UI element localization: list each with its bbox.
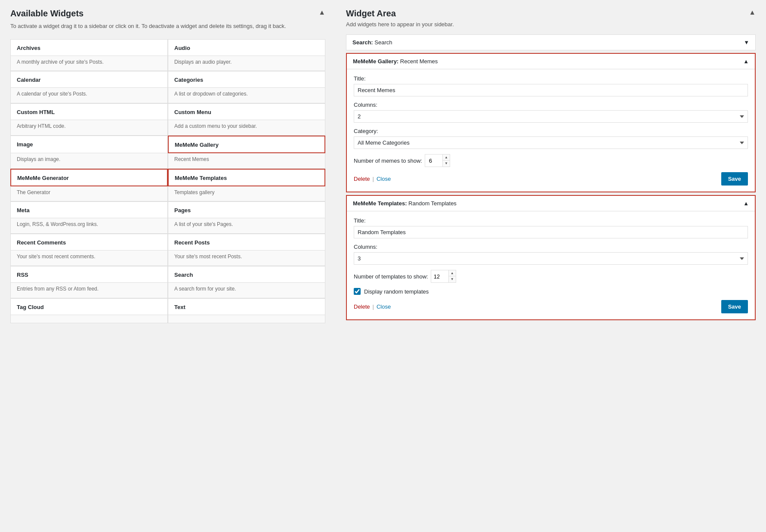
widget-mememe-gallery[interactable]: MeMeMe Gallery (168, 136, 325, 153)
templates-count-spinners: ▲ ▼ (448, 270, 456, 282)
gallery-memes-label: Number of memes to show: (354, 158, 422, 164)
gallery-widget-links: Delete | Close (354, 176, 391, 182)
widget-tag-cloud[interactable]: Tag Cloud (10, 298, 168, 315)
templates-random-checkbox[interactable] (354, 288, 361, 295)
gallery-close-link[interactable]: Close (377, 176, 391, 182)
widget-recent-posts-title: Recent Posts (174, 239, 210, 246)
widget-rss-desc: Entries from any RSS or Atom feed. (10, 283, 168, 298)
widget-recent-comments-title: Recent Comments (17, 239, 66, 246)
widget-area-collapse-arrow[interactable]: ▲ (749, 9, 756, 16)
widget-image[interactable]: Image (10, 136, 168, 153)
templates-count-up[interactable]: ▲ (449, 270, 456, 276)
widget-pages-title: Pages (174, 207, 191, 213)
widget-recent-comments-desc: Your site's most recent comments. (10, 251, 168, 266)
widget-recent-comments[interactable]: Recent Comments (10, 234, 168, 251)
widget-meta[interactable]: Meta (10, 201, 168, 218)
widget-mememe-templates-title: MeMeMe Templates (175, 175, 227, 181)
templates-count-down[interactable]: ▼ (449, 276, 456, 282)
widget-calendar-title: Calendar (17, 77, 41, 83)
widget-search-title: Search (174, 272, 193, 278)
gallery-memes-input[interactable] (425, 156, 442, 166)
widget-mememe-generator-title: MeMeMe Generator (17, 175, 69, 181)
gallery-widget-actions: Delete | Close Save (354, 172, 748, 186)
widget-mememe-gallery-title: MeMeMe Gallery (175, 142, 219, 148)
widget-tag-cloud-desc (10, 315, 168, 323)
templates-widget-arrow[interactable]: ▲ (743, 200, 749, 207)
widget-categories[interactable]: Categories (168, 71, 325, 88)
gallery-category-select[interactable]: All Meme Categories (354, 136, 748, 149)
gallery-save-button[interactable]: Save (721, 172, 748, 186)
panel-description: To activate a widget drag it to a sideba… (10, 22, 325, 31)
widget-mememe-gallery-desc: Recent Memes (168, 153, 325, 169)
widget-pages[interactable]: Pages (168, 201, 325, 218)
gallery-title-input[interactable] (354, 84, 748, 96)
gallery-widget-body: Title: Columns: 2 1 3 4 5 Category: All … (347, 69, 755, 192)
widget-mememe-templates-desc: Templates gallery (168, 186, 325, 202)
search-widget-arrow[interactable]: ▼ (744, 39, 749, 46)
panel-collapse-arrow[interactable]: ▲ (318, 9, 325, 16)
widget-mememe-generator-desc: The Generator (10, 186, 168, 202)
widget-archives[interactable]: Archives (10, 39, 168, 56)
templates-columns-label: Columns: (354, 244, 748, 250)
templates-save-button[interactable]: Save (721, 300, 748, 313)
templates-count-input-wrap: ▲ ▼ (431, 270, 456, 283)
widget-calendar[interactable]: Calendar (10, 71, 168, 88)
widget-archives-desc: A monthly archive of your site's Posts. (10, 56, 168, 71)
templates-delete-link[interactable]: Delete (354, 303, 370, 310)
templates-columns-select[interactable]: 3 1 2 4 5 (354, 252, 748, 265)
widget-area-description: Add widgets here to appear in your sideb… (346, 21, 756, 28)
templates-count-row: Number of templates to show: ▲ ▼ (354, 270, 748, 283)
templates-widget-actions: Delete | Close Save (354, 300, 748, 313)
templates-close-link[interactable]: Close (377, 303, 391, 310)
gallery-columns-label: Columns: (354, 102, 748, 108)
search-widget-collapsed[interactable]: Search: Search ▼ (346, 34, 756, 50)
templates-widget-header-title: MeMeMe Templates: Random Templates (353, 200, 457, 207)
gallery-widget-header-title: MeMeMe Gallery: Recent Memes (353, 58, 438, 65)
widget-rss[interactable]: RSS (10, 266, 168, 283)
gallery-columns-select[interactable]: 2 1 3 4 5 (354, 110, 748, 123)
gallery-memes-down[interactable]: ▼ (443, 161, 450, 167)
widget-calendar-desc: A calendar of your site's Posts. (10, 88, 168, 103)
templates-widget-links: Delete | Close (354, 303, 391, 310)
widget-custom-html[interactable]: Custom HTML (10, 103, 168, 120)
gallery-memes-spinners: ▲ ▼ (442, 155, 450, 167)
widgets-grid: Archives Audio A monthly archive of your… (10, 39, 325, 323)
gallery-widget-arrow[interactable]: ▲ (743, 58, 749, 65)
widget-pages-desc: A list of your site's Pages. (168, 218, 325, 234)
widget-tag-cloud-title: Tag Cloud (17, 304, 44, 310)
widget-audio-desc: Displays an audio player. (168, 56, 325, 71)
widget-mememe-generator[interactable]: MeMeMe Generator (10, 169, 168, 186)
panel-title: Available Widgets (10, 9, 83, 19)
gallery-widget-header[interactable]: MeMeMe Gallery: Recent Memes ▲ (347, 54, 755, 69)
templates-count-input[interactable] (431, 272, 448, 281)
gallery-widget-expanded: MeMeMe Gallery: Recent Memes ▲ Title: Co… (346, 53, 756, 192)
search-widget-header[interactable]: Search: Search ▼ (346, 35, 755, 50)
widget-search[interactable]: Search (168, 266, 325, 283)
templates-random-label[interactable]: Display random templates (364, 288, 429, 295)
widget-recent-posts-desc: Your site's most recent Posts. (168, 251, 325, 266)
templates-title-input[interactable] (354, 226, 748, 238)
widget-audio[interactable]: Audio (168, 39, 325, 56)
templates-title-label: Title: (354, 217, 748, 224)
search-widget-header-title: Search: Search (352, 39, 392, 46)
templates-widget-header[interactable]: MeMeMe Templates: Random Templates ▲ (347, 196, 755, 211)
widget-mememe-templates[interactable]: MeMeMe Templates (168, 169, 325, 186)
gallery-memes-up[interactable]: ▲ (443, 155, 450, 161)
widget-custom-menu[interactable]: Custom Menu (168, 103, 325, 120)
widget-image-desc: Displays an image. (10, 153, 168, 169)
templates-widget-expanded: MeMeMe Templates: Random Templates ▲ Tit… (346, 195, 756, 320)
widget-text-desc (168, 315, 325, 323)
gallery-memes-row: Number of memes to show: ▲ ▼ (354, 154, 748, 167)
gallery-delete-link[interactable]: Delete (354, 176, 370, 182)
templates-count-label: Number of templates to show: (354, 273, 428, 280)
gallery-link-separator: | (373, 176, 374, 182)
widget-text[interactable]: Text (168, 298, 325, 315)
widget-search-desc: A search form for your site. (168, 283, 325, 298)
widget-categories-desc: A list or dropdown of categories. (168, 88, 325, 103)
widget-custom-html-title: Custom HTML (17, 109, 55, 115)
templates-link-separator: | (373, 303, 374, 310)
widget-recent-posts[interactable]: Recent Posts (168, 234, 325, 251)
gallery-category-label: Category: (354, 128, 748, 134)
templates-widget-body: Title: Columns: 3 1 2 4 5 Number of temp… (347, 211, 755, 319)
widget-custom-menu-title: Custom Menu (174, 109, 211, 115)
